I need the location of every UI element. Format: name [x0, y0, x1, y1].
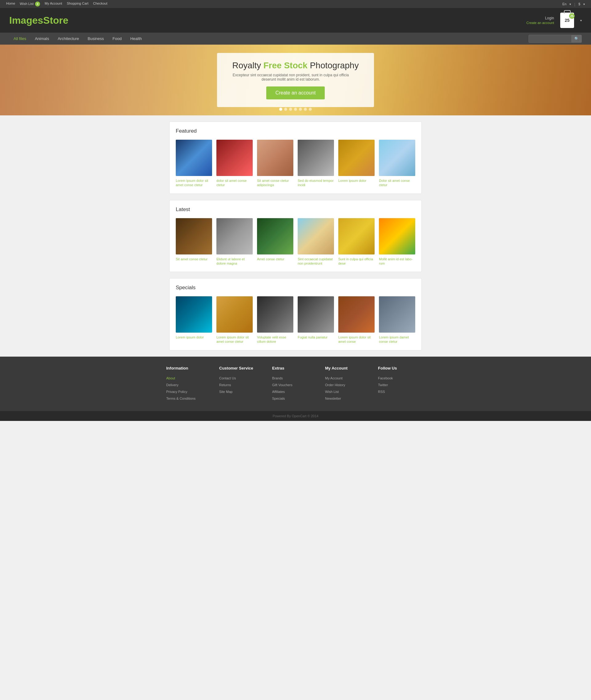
topbar-cart[interactable]: Shopping Cart — [67, 2, 88, 6]
login-area: Login Create an account — [526, 16, 554, 25]
hero-create-btn[interactable]: Create an account — [266, 86, 325, 99]
footer-link[interactable]: My Account — [325, 375, 372, 381]
top-bar-right: En ▾ | $ ▾ — [563, 2, 585, 6]
footer: InformationAboutDeliveryPrivacy PolicyTe… — [0, 357, 591, 411]
footer-col: InformationAboutDeliveryPrivacy PolicyTe… — [166, 366, 213, 402]
footer-link[interactable]: Delivery — [166, 381, 213, 388]
topbar-myaccount[interactable]: My Account — [45, 2, 62, 6]
footer-link[interactable]: Facebook — [378, 375, 425, 381]
top-bar: Home Wish List 0 My Account Shopping Car… — [0, 0, 591, 8]
footer-link[interactable]: Twitter — [378, 381, 425, 388]
hero-title-black: Royalty — [233, 61, 263, 70]
product-label: dolor sit amet conse ctetur — [216, 179, 253, 187]
product-image — [216, 218, 253, 255]
product-label: Dolor sit amet conse ctetur — [379, 179, 415, 187]
product-item[interactable]: Sed do eiusmod tempor incidi — [298, 140, 334, 187]
product-item[interactable]: Sit amet conse ctetur adipiscinga — [257, 140, 293, 187]
product-item[interactable]: dolor sit amet conse ctetur — [216, 140, 253, 187]
nav-animals[interactable]: Animals — [30, 32, 53, 45]
login-link[interactable]: Login — [526, 16, 554, 20]
product-label: Lorem ipsum dolor sit amet conse ctetur — [176, 179, 212, 187]
footer-link[interactable]: Gift Vouchers — [272, 381, 319, 388]
footer-link[interactable]: Site Map — [219, 388, 266, 395]
product-item[interactable]: Lorem ipsum dolor sit amet conse — [338, 296, 375, 344]
search-input[interactable] — [528, 35, 572, 43]
topbar-checkout[interactable]: Checkout — [93, 2, 107, 6]
product-item[interactable]: Mollit anim id est labo-rum — [379, 218, 415, 266]
footer-link[interactable]: Order History — [325, 381, 372, 388]
footer-col: ExtrasBrandsGift VouchersAffiliatesSpeci… — [272, 366, 319, 402]
footer-link[interactable]: Brands — [272, 375, 319, 381]
nav-food[interactable]: Food — [108, 32, 126, 45]
product-image — [257, 218, 293, 255]
hero-dot-4[interactable] — [294, 108, 297, 111]
footer-link[interactable]: Affiliates — [272, 388, 319, 395]
product-item[interactable]: Voluptate velit esse cillum dolore — [257, 296, 293, 344]
hero-dot-7[interactable] — [309, 108, 312, 111]
product-item[interactable]: Lorem ipsum dolor — [338, 140, 375, 187]
wishlist-badge: 0 — [35, 2, 40, 6]
latest-section: Latest Sit amet conse ctetur Elidunt ut … — [169, 200, 422, 272]
product-item[interactable]: Fugiat nulla pariatur — [298, 296, 334, 344]
logo-green: Store — [43, 15, 68, 26]
hero-dot-6[interactable] — [304, 108, 307, 111]
footer-bottom: Powered By OpenCart © 2014 — [0, 411, 591, 421]
footer-link[interactable]: Specials — [272, 395, 319, 402]
nav-business[interactable]: Business — [83, 32, 108, 45]
lang-dropdown-arrow[interactable]: ▾ — [570, 2, 571, 6]
footer-link[interactable]: About — [166, 375, 213, 381]
footer-link[interactable]: Privacy Policy — [166, 388, 213, 395]
product-image — [298, 140, 334, 176]
nav-health[interactable]: Health — [126, 32, 146, 45]
search-button[interactable]: 🔍 — [572, 35, 582, 43]
nav-architecture[interactable]: Architecture — [53, 32, 83, 45]
topbar-home[interactable]: Home — [6, 2, 15, 6]
cart-icon[interactable]: 25 25 — [560, 13, 574, 28]
footer-link[interactable]: Contact Us — [219, 375, 266, 381]
footer-link[interactable]: Returns — [219, 381, 266, 388]
topbar-wishlist[interactable]: Wish List 0 — [20, 2, 40, 6]
product-item[interactable]: Lorem ipsum dolor sit amet conse ctetur — [216, 296, 253, 344]
product-label: Sit amet conse ctetur — [176, 257, 212, 261]
product-label: Lorem ipsum dolor — [338, 179, 375, 183]
cart-dropdown-arrow[interactable]: ▾ — [580, 19, 582, 22]
product-item[interactable]: Elidunt ut labore et dolore magna — [216, 218, 253, 266]
footer-link[interactable]: Wish List — [325, 388, 372, 395]
footer-col-title: Customer Service — [219, 366, 266, 370]
currency-selector[interactable]: $ — [578, 2, 580, 6]
product-image — [338, 140, 375, 176]
featured-grid: Lorem ipsum dolor sit amet conse ctetur … — [176, 140, 415, 187]
hero-dot-2[interactable] — [284, 108, 287, 111]
logo[interactable]: ImagesStore — [9, 15, 68, 26]
footer-link[interactable]: Terms & Conditions — [166, 395, 213, 402]
product-item[interactable]: Dolor sit amet conse ctetur — [379, 140, 415, 187]
product-item[interactable]: Amet conse ctetur — [257, 218, 293, 266]
header: ImagesStore Login Create an account 25 2… — [0, 8, 591, 32]
footer-link[interactable]: RSS — [378, 388, 425, 395]
footer-col-title: Information — [166, 366, 213, 370]
product-item[interactable]: Lorem ipsum dolor sit amet conse ctetur — [176, 140, 212, 187]
hero-dot-1[interactable] — [279, 108, 282, 111]
footer-col: Customer ServiceContact UsReturnsSite Ma… — [219, 366, 266, 402]
hero-subtitle: Excepteur sint occaecat cupidatat non pr… — [233, 73, 349, 81]
product-item[interactable]: Lorem ipsum damet conse ctetur — [379, 296, 415, 344]
lang-selector[interactable]: En — [563, 2, 566, 6]
currency-dropdown-arrow[interactable]: ▾ — [583, 2, 585, 6]
create-account-link[interactable]: Create an account — [526, 21, 554, 24]
product-image — [379, 140, 415, 176]
footer-link[interactable]: Newsletter — [325, 395, 372, 402]
hero-dot-5[interactable] — [299, 108, 302, 111]
product-item[interactable]: Sunt in culpa qui officia dese — [338, 218, 375, 266]
cart-item-count: 25 — [569, 13, 575, 19]
product-label: Sit amet conse ctetur adipiscinga — [257, 179, 293, 187]
product-item[interactable]: Sint occaecat cupidatat non proidentrunt — [298, 218, 334, 266]
nav-bar: All files Animals Architecture Business … — [0, 32, 591, 45]
product-image — [379, 218, 415, 255]
product-label: Lorem ipsum dolor sit amet conse ctetur — [216, 335, 253, 344]
product-item[interactable]: Sit amet conse ctetur — [176, 218, 212, 266]
nav-all-files[interactable]: All files — [9, 32, 30, 45]
product-item[interactable]: Lorem ipsum dolor — [176, 296, 212, 344]
product-image — [379, 296, 415, 333]
hero-dot-3[interactable] — [289, 108, 292, 111]
product-label: Lorem ipsum dolor sit amet conse — [338, 335, 375, 344]
